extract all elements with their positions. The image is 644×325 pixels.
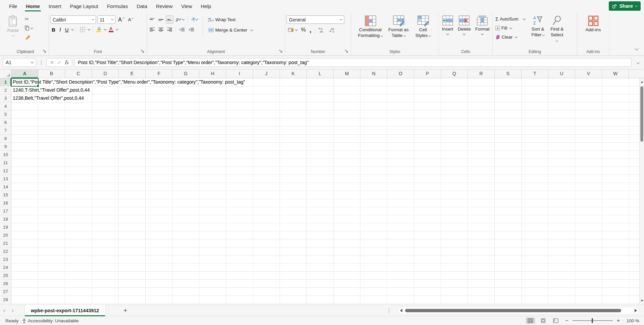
format-as-table-button[interactable]: Format asTable xyxy=(386,13,411,46)
vertical-scrollbar[interactable] xyxy=(639,78,644,305)
vertical-scroll-thumb[interactable] xyxy=(640,86,643,142)
grid-cells-row-16[interactable] xyxy=(11,199,644,207)
orientation-button[interactable]: ab xyxy=(175,15,186,24)
cut-button[interactable]: ✂ xyxy=(23,15,34,23)
row-header-5[interactable]: 5 xyxy=(0,110,11,118)
grid-body[interactable]: 1Post ID,"Post Title","Short Description… xyxy=(0,78,644,305)
align-center-button[interactable] xyxy=(157,26,165,34)
find-select-button[interactable]: Find &Select xyxy=(547,13,567,46)
column-header-K[interactable]: K xyxy=(280,69,307,78)
zoom-slider[interactable]: − + xyxy=(564,318,621,324)
clipboard-dialog-launcher[interactable] xyxy=(43,50,47,53)
new-sheet-button[interactable]: + xyxy=(119,307,131,314)
wrap-text-button[interactable]: abc Wrap Text xyxy=(207,15,254,24)
grid-cells-row-11[interactable] xyxy=(11,159,644,167)
orientation-chevron-icon[interactable] xyxy=(182,17,185,20)
menu-tab-formulas[interactable]: Formulas xyxy=(103,1,133,12)
menu-tab-home[interactable]: Home xyxy=(21,1,44,12)
scroll-down-icon[interactable] xyxy=(641,300,643,302)
row-header-12[interactable]: 12 xyxy=(0,167,11,175)
row-header-10[interactable]: 10 xyxy=(0,151,11,158)
grid-cells-row-25[interactable] xyxy=(11,272,644,279)
column-header-D[interactable]: D xyxy=(92,69,119,78)
accounting-chevron-icon[interactable] xyxy=(295,28,298,31)
grid-cells-row-1[interactable]: Post ID,"Post Title","Short Description"… xyxy=(11,78,644,86)
row-header-17[interactable]: 17 xyxy=(0,207,11,215)
fill-button[interactable]: Fill xyxy=(494,24,527,32)
enter-formula-icon[interactable]: ✓ xyxy=(57,60,61,65)
grid-cells-row-23[interactable] xyxy=(11,256,644,263)
cancel-formula-icon[interactable]: ✕ xyxy=(50,60,54,65)
fill-chevron-icon[interactable] xyxy=(509,26,512,29)
menu-tab-data[interactable]: Data xyxy=(132,1,152,12)
column-header-P[interactable]: P xyxy=(414,69,441,78)
row-header-27[interactable]: 27 xyxy=(0,288,11,295)
zoom-slider-handle[interactable] xyxy=(592,318,593,323)
accounting-format-button[interactable] xyxy=(287,26,299,34)
row-header-24[interactable]: 24 xyxy=(0,264,11,271)
row-header-15[interactable]: 15 xyxy=(0,191,11,199)
column-header-U[interactable]: U xyxy=(548,69,575,78)
next-sheet-button[interactable]: › xyxy=(8,307,17,314)
formula-bar-splitter[interactable]: ⋮ xyxy=(38,60,44,65)
grid-cells-row-15[interactable] xyxy=(11,191,644,199)
insert-cells-chevron-icon[interactable] xyxy=(446,32,449,35)
row-header-20[interactable]: 20 xyxy=(0,231,11,239)
column-header-E[interactable]: E xyxy=(119,69,146,78)
row-header-1[interactable]: 1 xyxy=(0,78,11,86)
row-header-19[interactable]: 19 xyxy=(0,223,11,231)
number-format-select[interactable]: General xyxy=(287,15,344,24)
align-left-button[interactable] xyxy=(148,26,156,34)
merge-center-chevron-icon[interactable] xyxy=(250,28,253,31)
underline-button[interactable]: U xyxy=(64,26,70,34)
grid-cells-row-7[interactable] xyxy=(11,127,644,134)
menu-tab-page-layout[interactable]: Page Layout xyxy=(65,1,102,12)
font-dialog-launcher[interactable] xyxy=(141,50,145,53)
grid-cells-row-24[interactable] xyxy=(11,264,644,271)
cell-styles-button[interactable]: CellStyles xyxy=(412,13,434,46)
row-header-22[interactable]: 22 xyxy=(0,247,11,255)
row-header-13[interactable]: 13 xyxy=(0,175,11,183)
grid-cells-row-6[interactable] xyxy=(11,119,644,126)
grid-cells-row-13[interactable] xyxy=(11,175,644,183)
autosum-chevron-icon[interactable] xyxy=(523,17,526,20)
conditional-formatting-chevron-icon[interactable] xyxy=(381,34,383,37)
sort-filter-button[interactable]: AZ Sort &Filter xyxy=(529,13,547,46)
row-header-14[interactable]: 14 xyxy=(0,183,11,191)
text-direction-chevron-icon[interactable] xyxy=(195,17,198,20)
percent-style-button[interactable]: % xyxy=(300,26,307,34)
sort-filter-chevron-icon[interactable] xyxy=(542,34,545,36)
column-header-R[interactable]: R xyxy=(468,69,495,78)
sheet-tab-active[interactable]: wpbe-post-export-1711443912 xyxy=(24,305,105,316)
column-header-V[interactable]: V xyxy=(575,69,602,78)
page-break-preview-button[interactable] xyxy=(551,317,560,324)
format-cells-button[interactable]: Format xyxy=(473,13,491,46)
grid-cells-row-22[interactable] xyxy=(11,247,644,255)
column-header-I[interactable]: I xyxy=(226,69,253,78)
select-all-corner[interactable] xyxy=(0,69,11,78)
format-painter-button[interactable] xyxy=(23,33,34,41)
copy-chevron-icon[interactable] xyxy=(31,26,33,29)
row-header-6[interactable]: 6 xyxy=(0,119,11,126)
font-color-button[interactable]: A xyxy=(107,26,115,34)
comma-style-button[interactable]: , xyxy=(308,26,313,34)
format-cells-chevron-icon[interactable] xyxy=(481,32,484,35)
share-chevron-icon[interactable] xyxy=(635,4,638,7)
font-color-chevron-icon[interactable] xyxy=(115,28,118,30)
row-header-3[interactable]: 3 xyxy=(0,94,11,102)
increase-font-size-button[interactable]: A xyxy=(117,16,126,24)
collapse-ribbon-button[interactable] xyxy=(634,45,639,53)
grid-cells-row-28[interactable] xyxy=(11,296,644,304)
grid-cells-row-5[interactable] xyxy=(11,110,644,118)
column-header-H[interactable]: H xyxy=(199,69,226,78)
menu-tab-insert[interactable]: Insert xyxy=(44,1,66,12)
column-header-F[interactable]: F xyxy=(146,69,172,78)
accessibility-status[interactable]: Accessibility: Unavailable xyxy=(22,318,79,323)
grid-cells-row-3[interactable]: 1238,Belt,"Travel Offer",post,0,44 xyxy=(11,94,644,102)
column-header-L[interactable]: L xyxy=(307,69,334,78)
find-select-chevron-icon[interactable] xyxy=(556,39,558,42)
alignment-dialog-launcher[interactable] xyxy=(279,50,283,53)
conditional-formatting-button[interactable]: ConditionalFormatting xyxy=(356,13,385,46)
row-header-28[interactable]: 28 xyxy=(0,296,11,304)
grid-cells-row-18[interactable] xyxy=(11,215,644,223)
